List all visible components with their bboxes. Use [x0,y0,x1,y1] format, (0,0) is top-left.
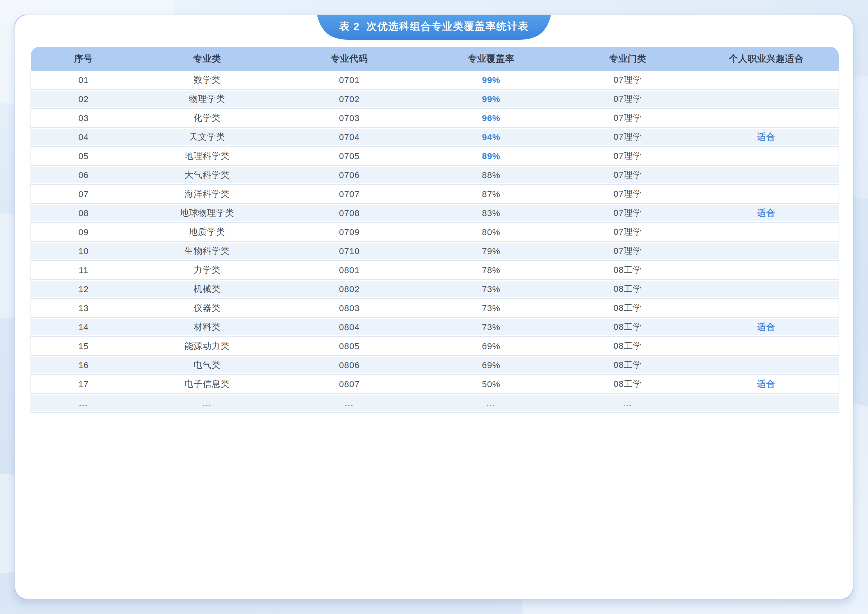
cell-fit [694,298,839,317]
cell-coverage: 83% [421,204,561,222]
cell-coverage: 79% [421,241,561,261]
cell-category: 08工学 [561,375,694,393]
table-row: 09地质学类070980%07理学 [31,222,839,241]
cell-fit [694,222,839,241]
cell-major: 能源动力类 [136,337,278,356]
cell-major: 电气类 [136,356,278,375]
cell-major: 机械类 [136,280,278,298]
cell-coverage: 78% [421,261,561,280]
cell-no: 10 [31,241,136,261]
cell-coverage: 94% [421,127,561,146]
cell-category: 08工学 [561,280,694,298]
cell-fit: 适合 [694,317,839,337]
cell-category: 08工学 [561,261,694,280]
cell-coverage: 89% [421,146,561,165]
page-background: { "title_badge": { "text": "表 2 次优选科组合专业… [0,0,868,614]
cell-major: 天文学类 [136,127,278,146]
cell-major: 物理学类 [136,89,278,109]
cell-major: 仪器类 [136,298,278,317]
cell-fit [694,261,839,280]
cell-fit [694,280,839,298]
table-row: 12机械类080273%08工学 [31,280,839,298]
cell-no: 09 [31,222,136,241]
cell-fit: 适合 [694,375,839,393]
cell-major: 化学类 [136,109,278,127]
cell-code: 0804 [278,317,421,337]
table-row: 06大气科学类070688%07理学 [31,165,839,185]
cell-code: 0801 [278,261,421,280]
table-row: 05地理科学类070589%07理学 [31,146,839,165]
cell-no: 06 [31,165,136,185]
cell-no: 12 [31,280,136,298]
column-header: 专业覆盖率 [421,47,561,71]
cell-coverage: 73% [421,280,561,298]
cell-coverage: 99% [421,71,561,89]
cell-code: 0705 [278,146,421,165]
cell-coverage: 69% [421,337,561,356]
table-row: 03化学类070396%07理学 [31,109,839,127]
cell-coverage: 50% [421,375,561,393]
cell-fit [694,165,839,185]
cell-fit [694,241,839,261]
cell-category: 07理学 [561,146,694,165]
cell-no: 14 [31,317,136,337]
cell-major: 地理科学类 [136,146,278,165]
table-row: 02物理学类070299%07理学 [31,89,839,109]
cell-fit [694,109,839,127]
cell-fit [694,146,839,165]
cell-coverage: 96% [421,109,561,127]
cell-fit [694,71,839,89]
cell-code: 0805 [278,337,421,356]
cell-no: 13 [31,298,136,317]
cell-coverage: 80% [421,222,561,241]
cell-code: 0807 [278,375,421,393]
cell-category: … [561,393,694,413]
cell-category: 08工学 [561,356,694,375]
table-row: 01数学类070199%07理学 [31,71,839,89]
cell-category: 08工学 [561,317,694,337]
cell-category: 07理学 [561,71,694,89]
cell-coverage: 69% [421,356,561,375]
cell-no: 07 [31,185,136,204]
cell-no: 01 [31,71,136,89]
cell-major: 电子信息类 [136,375,278,393]
cell-category: 07理学 [561,89,694,109]
table-row: 16电气类080669%08工学 [31,356,839,375]
cell-major: 生物科学类 [136,241,278,261]
cell-major: … [136,393,278,413]
cell-coverage: 99% [421,89,561,109]
table-row-ellipsis: …………… [31,393,839,413]
cell-code: 0802 [278,280,421,298]
table-title-badge: 表 2 次优选科组合专业类覆盖率统计表 [317,15,551,40]
cell-category: 07理学 [561,165,694,185]
cell-code: 0803 [278,298,421,317]
cell-no: 11 [31,261,136,280]
cell-code: 0708 [278,204,421,222]
column-header: 专业类 [136,47,278,71]
cell-fit [694,393,839,413]
table-row: 11力学类080178%08工学 [31,261,839,280]
cell-coverage: 87% [421,185,561,204]
cell-no: … [31,393,136,413]
cell-fit [694,356,839,375]
cell-major: 地质学类 [136,222,278,241]
coverage-table: 序号专业类专业代码专业覆盖率专业门类个人职业兴趣适合 01数学类070199%0… [30,47,839,413]
cell-code: 0709 [278,222,421,241]
cell-code: 0706 [278,165,421,185]
cell-no: 15 [31,337,136,356]
cell-code: 0702 [278,89,421,109]
cell-category: 07理学 [561,109,694,127]
cell-fit: 适合 [694,204,839,222]
cell-fit [694,185,839,204]
table-row: 08地球物理学类070883%07理学适合 [31,204,839,222]
table-row: 15能源动力类080569%08工学 [31,337,839,356]
cell-fit [694,337,839,356]
cell-coverage: 73% [421,317,561,337]
cell-coverage: 88% [421,165,561,185]
column-header: 个人职业兴趣适合 [694,47,839,71]
cell-category: 08工学 [561,298,694,317]
cell-fit: 适合 [694,127,839,146]
cell-code: 0701 [278,71,421,89]
cell-category: 07理学 [561,204,694,222]
cell-code: 0806 [278,356,421,375]
